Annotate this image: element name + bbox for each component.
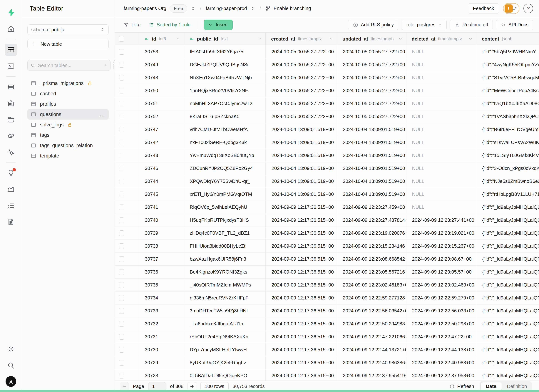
refresh-button[interactable]: Refresh bbox=[449, 383, 474, 389]
row-checkbox[interactable] bbox=[119, 75, 124, 81]
select-all-checkbox[interactable] bbox=[119, 36, 124, 42]
table-row[interactable]: 30736Be4KignzoK9YRGNI3Zgks2024-09-09 12:… bbox=[115, 266, 539, 278]
table-row[interactable]: 30730DYp-7mcyMSIrHefLYIwwH2024-09-09 12:… bbox=[115, 343, 539, 356]
add-rls-policy-button[interactable]: Add RLS policy bbox=[348, 20, 399, 30]
cell-content[interactable]: {"id":"_Id9aLyJpMHQLaiQG bbox=[476, 214, 539, 227]
cell-created_at[interactable]: 2024-09-09 12:17:36.515+00 bbox=[266, 343, 337, 356]
row-checkbox[interactable] bbox=[119, 140, 124, 145]
cell-public_id[interactable]: 3muDHTceTWso9IZj8hHNI bbox=[184, 305, 266, 317]
row-checkbox[interactable] bbox=[119, 88, 124, 93]
cell-id[interactable]: 30744 bbox=[139, 175, 184, 188]
cell-public_id[interactable]: _l40sQIRTmMZfcm-MWMPs bbox=[184, 278, 266, 291]
cell-updated_at[interactable]: 2024-09-09 12:22:37.955419+00 bbox=[337, 369, 406, 381]
cell-created_at[interactable]: 2024-09-09 12:17:36.515+00 bbox=[266, 317, 337, 330]
cell-deleted_at[interactable]: NULL bbox=[406, 110, 476, 123]
sidebar-item-solve_logs[interactable]: solve_logs bbox=[27, 120, 109, 130]
cell-content[interactable]: {"id":"1VASb3phnXXkQPCpv bbox=[476, 110, 539, 123]
column-header-updated_at[interactable]: updated_attimestamptz bbox=[337, 33, 406, 45]
cell-created_at[interactable]: 2024-09-09 12:17:36.515+00 bbox=[266, 266, 337, 278]
cell-updated_at[interactable]: 2024-09-09 12:22:59.277128+00 bbox=[337, 292, 406, 304]
cell-id[interactable]: 30748 bbox=[139, 71, 184, 84]
row-checkbox[interactable] bbox=[119, 62, 124, 67]
cell-created_at[interactable]: 2024-10-04 13:09:01.519+00 bbox=[266, 149, 337, 162]
cell-deleted_at[interactable]: NULL bbox=[406, 58, 476, 71]
cell-id[interactable]: 30742 bbox=[139, 136, 184, 149]
cell-updated_at[interactable]: 2024-10-05 00:55:27.722+00 bbox=[337, 110, 406, 123]
cell-created_at[interactable]: 2024-10-04 13:09:01.519+00 bbox=[266, 175, 337, 188]
cell-content[interactable]: {"id":"_Id9aLyJpMHQLaiQG bbox=[476, 278, 539, 291]
cell-updated_at[interactable]: 2024-09-09 12:22:47.221066+00 bbox=[337, 330, 406, 343]
cell-created_at[interactable]: 2024-09-09 12:17:36.515+00 bbox=[266, 253, 337, 265]
cell-content[interactable]: {"id":"_Id9aLyJpMHQLaiQG bbox=[476, 240, 539, 253]
column-menu-icon[interactable] bbox=[468, 37, 473, 41]
cell-updated_at[interactable]: 2024-10-05 00:55:27.722+00 bbox=[337, 97, 406, 110]
reports-icon[interactable] bbox=[5, 183, 17, 196]
row-checkbox[interactable] bbox=[119, 347, 124, 353]
cell-id[interactable]: 30747 bbox=[139, 123, 184, 136]
table-row[interactable]: 30740H5uqFKpRUTPkjxdysT3HS2024-09-09 12:… bbox=[115, 214, 539, 227]
cell-created_at[interactable]: 2024-09-09 12:17:36.515+00 bbox=[266, 214, 337, 227]
cell-public_id[interactable]: DYp-7mcyMSIrHefLYIwwH bbox=[184, 343, 266, 356]
org-name[interactable]: farming-paper's Org bbox=[124, 5, 166, 11]
cell-updated_at[interactable]: 2024-10-04 13:09:01.519+00 bbox=[337, 162, 406, 175]
table-editor-icon[interactable] bbox=[5, 44, 17, 56]
chevrons-up-down-icon[interactable] bbox=[191, 6, 195, 11]
cell-public_id[interactable]: XPQwDIqY6Y75SwDnU-qr_ bbox=[184, 175, 266, 188]
row-checkbox[interactable] bbox=[119, 282, 124, 288]
cell-content[interactable]: {"id":"3-O8cn_xPgs0cVxqKE bbox=[476, 162, 539, 175]
cell-public_id[interactable]: DGEJfJZPQUV9Q-IBqsNSi bbox=[184, 58, 266, 71]
cell-id[interactable]: 30739 bbox=[139, 227, 184, 239]
cell-created_at[interactable]: 2024-09-09 12:17:36.515+00 bbox=[266, 278, 337, 291]
cell-content[interactable]: {"id":"_Id9aLyJpMHQLaiQG bbox=[476, 343, 539, 356]
cell-updated_at[interactable]: 2024-09-09 12:23:08.668542+00 bbox=[337, 253, 406, 265]
cell-updated_at[interactable]: 2024-10-04 13:09:01.519+00 bbox=[337, 188, 406, 201]
cell-created_at[interactable]: 2024-09-09 12:17:36.515+00 bbox=[266, 369, 337, 381]
row-checkbox[interactable] bbox=[119, 295, 124, 301]
cell-content[interactable]: {"id":"_Id9aLyJpMHQLaiQG bbox=[476, 266, 539, 278]
sidebar-item-questions[interactable]: questions… bbox=[27, 109, 109, 120]
cell-updated_at[interactable]: 2024-09-09 12:23:05.567216+00 bbox=[337, 266, 406, 278]
cell-updated_at[interactable]: 2024-09-09 12:22:40.986386+00 bbox=[337, 356, 406, 369]
cell-public_id[interactable]: FHHUioa3bidd00BHyLeZt bbox=[184, 240, 266, 253]
row-checkbox[interactable] bbox=[119, 373, 124, 378]
column-header-created_at[interactable]: created_attimestamptz bbox=[266, 33, 337, 45]
cell-content[interactable]: {"id":"4wyNgK55lOfrpmYZo bbox=[476, 58, 539, 71]
cell-deleted_at[interactable]: NULL bbox=[406, 175, 476, 188]
cell-updated_at[interactable]: 2024-09-09 12:23:02.46183+00 bbox=[337, 278, 406, 291]
tab-data[interactable]: Data bbox=[481, 382, 502, 391]
cell-public_id[interactable]: nj336mN5reuRVNZrKHFpF bbox=[184, 292, 266, 304]
cell-content[interactable]: {"id":"sTsWaLCPsVA2WuK2 bbox=[476, 136, 539, 149]
row-checkbox[interactable] bbox=[119, 153, 124, 158]
logs-icon[interactable] bbox=[5, 200, 17, 212]
docs-icon[interactable] bbox=[5, 216, 17, 228]
cell-content[interactable]: {"id":"15LSIyT0JGMf3Kl4Vn bbox=[476, 149, 539, 162]
row-checkbox[interactable] bbox=[119, 308, 124, 314]
plan-badge[interactable]: Free bbox=[169, 5, 187, 13]
cell-created_at[interactable]: 2024-10-05 00:55:27.722+00 bbox=[266, 58, 337, 71]
feedback-button[interactable]: Feedback bbox=[468, 3, 499, 14]
chevrons-up-down-icon[interactable] bbox=[250, 6, 255, 11]
insert-button[interactable]: Insert bbox=[204, 20, 233, 30]
role-select[interactable]: role postgres bbox=[402, 20, 447, 30]
cell-updated_at[interactable]: 2024-10-04 13:09:01.519+00 bbox=[337, 136, 406, 149]
enable-branching-button[interactable]: Enable branching bbox=[265, 5, 311, 11]
cell-public_id[interactable]: 0L5BAfDaLDl5rQOiqeKPO bbox=[184, 369, 266, 381]
next-page-button[interactable] bbox=[188, 382, 196, 391]
cell-deleted_at[interactable]: 2024-09-09 12:22:59.279+00 bbox=[406, 292, 476, 304]
cell-content[interactable]: {"id":"_Id9aLyJpMHQLaiQG bbox=[476, 227, 539, 239]
cell-id[interactable]: 30730 bbox=[139, 343, 184, 356]
sidebar-item-template[interactable]: template bbox=[27, 151, 109, 161]
rows-per-page-button[interactable]: 100 rows bbox=[200, 382, 229, 391]
cell-updated_at[interactable]: 2024-10-04 13:09:01.519+00 bbox=[337, 149, 406, 162]
cell-updated_at[interactable]: 2024-09-09 12:22:44.13721+00 bbox=[337, 343, 406, 356]
realtime-toggle-button[interactable]: Realtime off bbox=[450, 20, 493, 30]
cell-content[interactable]: {"id":"_Id9aLyJpMHQLaiQG bbox=[476, 305, 539, 317]
row-checkbox[interactable] bbox=[119, 360, 124, 366]
sort-button[interactable]: Sorted by 1 rule bbox=[149, 22, 191, 28]
cell-public_id[interactable]: RiqOV6p_5wihLeIAEQyhU bbox=[184, 201, 266, 214]
cell-content[interactable]: {"id":"_Id9aLyJpMHQLaiQG bbox=[476, 356, 539, 369]
cell-updated_at[interactable]: 2024-09-09 12:23:27.437814+00 bbox=[337, 214, 406, 227]
row-checkbox[interactable] bbox=[119, 191, 124, 197]
tab-definition[interactable]: Definition bbox=[503, 382, 531, 390]
row-checkbox[interactable] bbox=[119, 114, 124, 119]
